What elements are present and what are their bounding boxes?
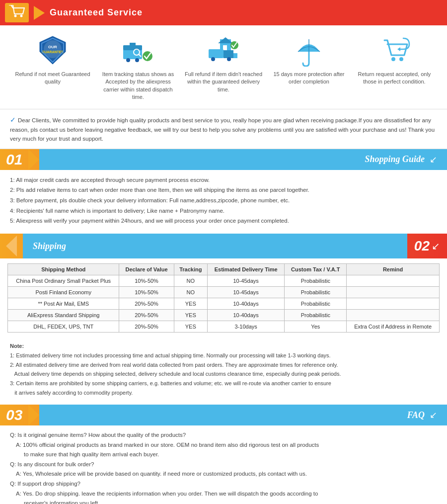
table-header-row: Shipping Method Declare of Value Trackin… [8, 264, 440, 275]
guide-item-4: 4: Recipients' full name which is import… [10, 206, 437, 216]
cell-value-1: 10%-50% [119, 275, 174, 287]
guide-item-2: 2: Pls add relative items to cart when o… [10, 185, 437, 195]
faq-a-2: A: Yes, Wholesale price will be provide … [10, 469, 437, 479]
cell-tracking-3: YES [174, 298, 207, 310]
cell-remind-2 [347, 287, 440, 298]
guarantee-text-refund: Refund if not meet Guaranteed quality [13, 71, 92, 86]
section-num-01: 01 [0, 149, 28, 170]
svg-marker-33 [28, 405, 39, 425]
guarantee-section: OUR GUARANTEE Refund if not meet Guarant… [0, 25, 447, 109]
svg-marker-30 [397, 47, 400, 51]
umbrella-icon-area [269, 33, 349, 68]
guarantee-item-return: Return request accepted, only those in p… [355, 33, 434, 86]
cell-remind-4 [347, 310, 440, 321]
note-section: Note: 1: Estimated delivery time not inc… [0, 337, 447, 405]
guarantee-text-return: Return request accepted, only those in p… [355, 71, 434, 86]
svg-rect-23 [233, 53, 237, 58]
svg-point-29 [399, 57, 403, 61]
faq-q-1: Q: Is it original genuine items? How abo… [10, 430, 437, 440]
cell-method-1: China Post Ordinary Small Packet Plus [8, 275, 119, 287]
cart-return-icon [378, 34, 411, 67]
col-header-tracking: Tracking [174, 264, 207, 275]
faq-header: 03 FAQ ↙ [0, 405, 447, 425]
cell-method-2: Posti Finland Economy [8, 287, 119, 298]
shopping-guide-header: 01 Shopping Guide ↙ [0, 149, 447, 170]
cell-value-4: 20%-50% [119, 310, 174, 321]
cell-remind-1 [347, 275, 440, 287]
cell-tax-2: Probabilistic [285, 287, 347, 298]
guarantee-item-tracking: Item tracking status shows as Accepted b… [98, 33, 178, 101]
svg-marker-32 [6, 236, 17, 256]
svg-rect-20 [223, 45, 227, 50]
cell-tracking-1: NO [174, 275, 207, 287]
table-row: Posti Finland Economy 10%-50% NO 10-45da… [8, 287, 440, 298]
shipping-title: Shipping [33, 241, 66, 252]
shipping-table-body: China Post Ordinary Small Packet Plus 10… [8, 275, 440, 333]
cell-delivery-1: 10-45days [207, 275, 285, 287]
shipping-header: Shipping 02 ↙ [0, 234, 447, 258]
tracking-icon-area [98, 33, 178, 68]
cell-tax-4: Probabilistic [285, 310, 347, 321]
guide-item-5: 5: Aliexpress will verify your payment w… [10, 216, 437, 226]
cell-delivery-3: 10-40days [207, 298, 285, 310]
umbrella-icon [293, 34, 325, 67]
shopping-guide-title: Shopping Guide [365, 154, 425, 165]
dear-clients-text: Dear Clients, We committed to provide hi… [10, 117, 435, 142]
shopping-guide-title-band: Shopping Guide ↙ [39, 149, 447, 170]
shield-icon: OUR GUARANTEE [37, 34, 69, 67]
guarantee-item-delivery: Full refund if item didn't reached withi… [184, 33, 263, 93]
svg-point-17 [135, 58, 139, 62]
cell-delivery-5: 3-10days [207, 321, 285, 333]
faq-section-num: 03 [6, 407, 22, 423]
svg-marker-31 [28, 149, 39, 170]
svg-marker-22 [224, 50, 233, 58]
guarantee-item-refund: OUR GUARANTEE Refund if not meet Guarant… [13, 33, 92, 86]
guarantee-text-tracking: Item tracking status shows as Accepted b… [98, 71, 178, 101]
cell-value-5: 20%-50% [119, 321, 174, 333]
table-row: DHL, FEDEX, UPS, TNT 20%-50% YES 3-10day… [8, 321, 440, 333]
svg-marker-4 [34, 6, 45, 20]
cell-remind-3 [347, 298, 440, 310]
faq-content: Q: Is it original genuine items? How abo… [0, 425, 447, 504]
table-row: AliExpress Standard Shipping 20%-50% YES… [8, 310, 440, 321]
shipping-right-area: 02 ↙ [407, 234, 447, 258]
cart-icon [9, 5, 25, 19]
header-icon-box [5, 3, 29, 22]
note-2: 2: All estimated delivery time are deriv… [10, 362, 341, 377]
shield-icon-area: OUR GUARANTEE [13, 33, 92, 68]
faq-title: FAQ [407, 410, 425, 420]
shipping-left-arrow-icon [6, 236, 17, 256]
shipping-title-band: Shipping [23, 234, 407, 258]
truck-icon-area [184, 33, 263, 68]
guide-item-1: 1: All major credit cards are accepted t… [10, 175, 437, 185]
cell-tax-3: Probabilistic [285, 298, 347, 310]
guarantee-text-delivery: Full refund if item didn't reached withi… [184, 71, 263, 93]
table-row: ** Post Air Mail, EMS 20%-50% YES 10-40d… [8, 298, 440, 310]
guarantee-text-protection: 15 days more protection after order comp… [269, 71, 349, 86]
check-icon: ✓ [10, 116, 16, 124]
cell-remind-5: Extra Cost if Address in Remote [347, 321, 440, 333]
shopping-guide-content: 1: All major credit cards are accepted t… [0, 170, 447, 234]
svg-point-2 [20, 15, 23, 17]
faq-a-1: A: 100% official original products as br… [10, 440, 437, 460]
cell-tax-1: Probabilistic [285, 275, 347, 287]
header-title: Guaranteed Service [50, 7, 143, 18]
section-01-arrow-icon [28, 149, 39, 170]
note-3: 3: Certain items are prohibited by some … [10, 380, 331, 396]
shipping-arrow-icon: ↙ [432, 240, 440, 252]
faq-q-2: Q: Is any discount for bulk order? [10, 460, 437, 470]
faq-a-3: A: Yes. Do drop shipping. leave the reci… [10, 489, 437, 504]
svg-text:GUARANTEE: GUARANTEE [41, 50, 64, 54]
cell-value-2: 10%-50% [119, 287, 174, 298]
dear-clients-section: ✓Dear Clients, We committed to provide h… [0, 109, 447, 149]
svg-point-28 [391, 57, 395, 61]
section-01-number: 01 [6, 151, 22, 168]
faq-q-3: Q: If support drop shipping? [10, 479, 437, 489]
cell-method-4: AliExpress Standard Shipping [8, 310, 119, 321]
note-title: Note: [10, 343, 24, 349]
col-header-value: Declare of Value [119, 264, 174, 275]
cell-delivery-4: 10-40days [207, 310, 285, 321]
cell-method-5: DHL, FEDEX, UPS, TNT [8, 321, 119, 333]
faq-num-area: 03 [0, 405, 28, 425]
col-header-tax: Custom Tax / V.A.T [285, 264, 347, 275]
